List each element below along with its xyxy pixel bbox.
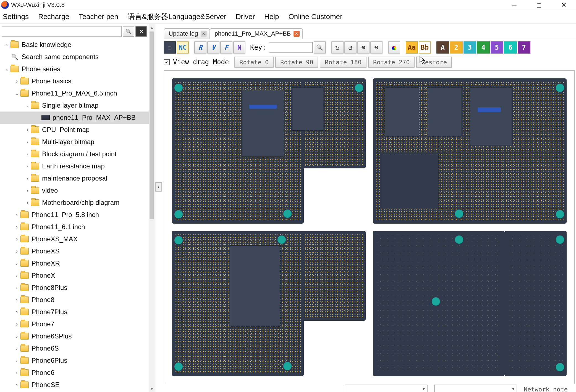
chip-icon-button[interactable]: [164, 41, 176, 54]
close-window-button[interactable]: [558, 1, 570, 9]
chevron-right-icon[interactable]: [24, 188, 31, 194]
chevron-right-icon[interactable]: [24, 176, 31, 181]
tree-row[interactable]: Phone8: [0, 294, 149, 306]
zoom-out-icon-button[interactable]: [370, 41, 383, 54]
tab-update-log[interactable]: Update log: [164, 28, 210, 39]
tree-row[interactable]: video: [0, 184, 149, 197]
tree-row[interactable]: Earth resistance map: [0, 160, 149, 172]
layer-swatch-5[interactable]: 5: [491, 41, 503, 54]
tab-close-icon[interactable]: [294, 31, 300, 37]
chevron-right-icon[interactable]: [13, 297, 20, 303]
layer-swatch-7[interactable]: 7: [518, 41, 530, 54]
tree-row[interactable]: Phone6: [0, 367, 149, 379]
tree-row[interactable]: Phone basics: [0, 75, 149, 87]
tree-row[interactable]: Phone11_Pro_MAX_6.5 inch: [0, 87, 149, 99]
tree-row[interactable]: PhoneX: [0, 269, 149, 282]
chevron-right-icon[interactable]: [13, 273, 20, 279]
tree-row[interactable]: PhoneXS: [0, 245, 149, 257]
layer-swatch-6[interactable]: 6: [504, 41, 517, 54]
maximize-button[interactable]: [533, 1, 545, 9]
chevron-right-icon[interactable]: [13, 224, 20, 230]
footer-dropdown-2[interactable]: [434, 385, 517, 392]
tree-row[interactable]: Phone6Plus: [0, 354, 149, 367]
key-input[interactable]: [269, 42, 313, 53]
tree-row[interactable]: Search same components: [0, 51, 149, 63]
chevron-right-icon[interactable]: [3, 42, 11, 48]
pcb-view-bottom-back[interactable]: [373, 231, 567, 376]
sidebar-search-button[interactable]: [123, 26, 134, 37]
chevron-right-icon[interactable]: [13, 346, 20, 351]
scroll-thumb[interactable]: [150, 31, 154, 219]
chevron-down-icon[interactable]: [13, 90, 20, 96]
sidebar-collapse-handle[interactable]: [155, 182, 162, 192]
nc-button[interactable]: NC: [177, 41, 189, 54]
chevron-right-icon[interactable]: [13, 309, 20, 315]
r-button[interactable]: R: [194, 41, 206, 54]
tree-row[interactable]: Basic knowledge: [0, 39, 149, 51]
rotate-ccw-icon-button[interactable]: [344, 41, 357, 54]
rotate-180-button[interactable]: Rotate 180: [320, 57, 366, 68]
chevron-down-icon[interactable]: [3, 66, 11, 72]
layer-swatch-3[interactable]: 3: [464, 41, 476, 54]
key-search-button[interactable]: [314, 41, 326, 54]
pcb-view-top-back[interactable]: [373, 78, 567, 224]
menu-online-customer[interactable]: Online Customer: [289, 12, 342, 21]
chevron-right-icon[interactable]: [13, 358, 20, 364]
sidebar-search-input[interactable]: [2, 26, 122, 37]
chevron-down-icon[interactable]: [24, 102, 31, 108]
scroll-up-icon[interactable]: [149, 24, 155, 30]
menu-settings[interactable]: Settings: [3, 12, 29, 21]
tree-row[interactable]: Block diagram / test point: [0, 148, 149, 160]
rotate-cw-icon-button[interactable]: [331, 41, 344, 54]
tree-row[interactable]: Phone series: [0, 63, 149, 75]
chevron-right-icon[interactable]: [13, 370, 20, 376]
layer-swatch-A[interactable]: A: [436, 41, 449, 54]
tree-row[interactable]: CPU_Point map: [0, 124, 149, 136]
chevron-right-icon[interactable]: [13, 285, 20, 291]
tree-row[interactable]: maintenance proposal: [0, 172, 149, 184]
rotate-90-button[interactable]: Rotate 90: [275, 57, 318, 68]
n-button[interactable]: N: [233, 41, 245, 54]
tree-row[interactable]: Phone8Plus: [0, 282, 149, 294]
tree-row[interactable]: Phone6S: [0, 342, 149, 354]
chevron-right-icon[interactable]: [24, 163, 31, 169]
pcb-view-bottom-front[interactable]: [172, 231, 366, 376]
tab-board-view[interactable]: phone11_Pro_MAX_AP+BB: [210, 28, 303, 39]
menu-teacher-pen[interactable]: Teacher pen: [79, 12, 118, 21]
chevron-right-icon[interactable]: [13, 333, 20, 339]
chevron-right-icon[interactable]: [13, 382, 20, 388]
menu-help[interactable]: Help: [264, 12, 279, 21]
v-button[interactable]: V: [207, 41, 219, 54]
tree-row[interactable]: Multi-layer bitmap: [0, 136, 149, 148]
chevron-right-icon[interactable]: [24, 151, 31, 157]
layer-swatch-2[interactable]: 2: [450, 41, 463, 54]
minimize-button[interactable]: [508, 1, 520, 9]
tree-row[interactable]: Phone11_Pro_5.8 inch: [0, 209, 149, 221]
chevron-right-icon[interactable]: [13, 321, 20, 327]
chevron-right-icon[interactable]: [13, 212, 20, 218]
pcb-view-top-front[interactable]: [172, 78, 366, 224]
rotate-270-button[interactable]: Rotate 270: [368, 57, 415, 68]
menu-language-server[interactable]: 语言&服务器Language&Server: [128, 12, 226, 22]
chevron-right-icon[interactable]: [24, 127, 31, 133]
rotate-0-button[interactable]: Rotate 0: [234, 57, 274, 68]
tree-row[interactable]: PhoneXR: [0, 257, 149, 269]
tree-row[interactable]: phone11_Pro_MAX_AP+BB: [0, 112, 149, 124]
chevron-right-icon[interactable]: [13, 78, 20, 84]
tree-row[interactable]: Single layer bitmap: [0, 99, 149, 112]
tab-close-icon[interactable]: [201, 31, 207, 37]
layer-swatch-4[interactable]: 4: [477, 41, 490, 54]
sidebar-scrollbar[interactable]: [149, 24, 155, 392]
color-palette-icon-button[interactable]: [388, 41, 400, 54]
tree-row[interactable]: Phone7Plus: [0, 306, 149, 318]
tree-row[interactable]: Motherboard/chip diagram: [0, 197, 149, 209]
tree-row[interactable]: Phone7: [0, 318, 149, 330]
menu-recharge[interactable]: Recharge: [38, 12, 69, 21]
zoom-in-icon-button[interactable]: [357, 41, 370, 54]
chevron-right-icon[interactable]: [24, 139, 31, 145]
board-canvas[interactable]: [164, 70, 575, 384]
tree-row[interactable]: PhoneXS_MAX: [0, 233, 149, 245]
chevron-right-icon[interactable]: [13, 261, 20, 266]
text-aa-button[interactable]: Aa: [406, 41, 418, 54]
tree-row[interactable]: Phone11_6.1 inch: [0, 221, 149, 233]
